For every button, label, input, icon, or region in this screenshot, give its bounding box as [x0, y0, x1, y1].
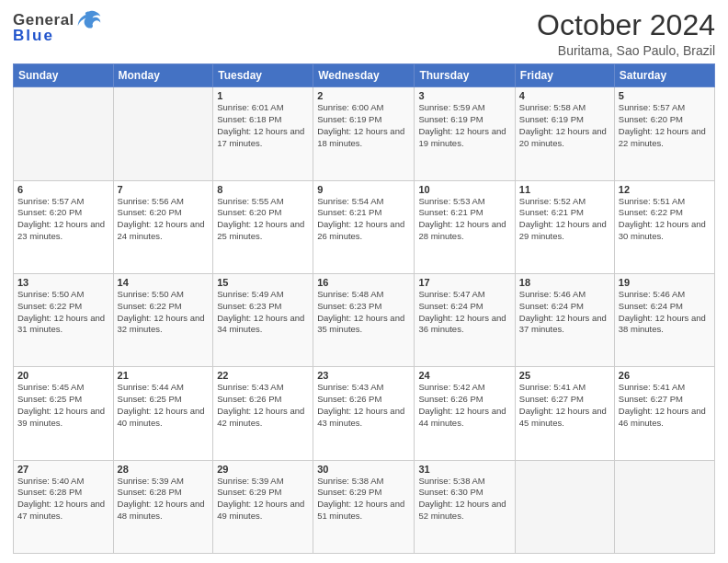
day-number: 30 [317, 464, 410, 475]
calendar-cell: 9Sunrise: 5:54 AMSunset: 6:21 PMDaylight… [313, 180, 415, 273]
calendar-cell: 22Sunrise: 5:43 AMSunset: 6:26 PMDayligh… [213, 367, 313, 460]
day-info: Sunrise: 5:41 AMSunset: 6:27 PMDaylight:… [619, 382, 711, 429]
day-number: 11 [519, 184, 610, 195]
week-row-5: 27Sunrise: 5:40 AMSunset: 6:28 PMDayligh… [14, 460, 715, 553]
calendar-cell [113, 87, 213, 180]
calendar-cell: 31Sunrise: 5:38 AMSunset: 6:30 PMDayligh… [415, 460, 515, 553]
day-info: Sunrise: 5:46 AMSunset: 6:24 PMDaylight:… [619, 289, 711, 336]
calendar-cell: 29Sunrise: 5:39 AMSunset: 6:29 PMDayligh… [213, 460, 313, 553]
day-number: 25 [519, 370, 610, 381]
calendar-cell: 12Sunrise: 5:51 AMSunset: 6:22 PMDayligh… [614, 180, 714, 273]
header-saturday: Saturday [614, 64, 714, 87]
day-number: 3 [418, 90, 510, 101]
day-number: 9 [317, 184, 410, 195]
calendar-cell: 5Sunrise: 5:57 AMSunset: 6:20 PMDaylight… [614, 87, 714, 180]
logo-bird-icon [76, 9, 102, 31]
day-info: Sunrise: 5:48 AMSunset: 6:23 PMDaylight:… [317, 289, 410, 336]
day-number: 7 [118, 184, 210, 195]
day-info: Sunrise: 5:54 AMSunset: 6:21 PMDaylight:… [317, 196, 410, 243]
calendar: SundayMondayTuesdayWednesdayThursdayFrid… [13, 63, 715, 554]
day-number: 27 [17, 464, 109, 475]
week-row-2: 6Sunrise: 5:57 AMSunset: 6:20 PMDaylight… [14, 180, 715, 273]
day-number: 19 [619, 277, 711, 288]
day-info: Sunrise: 5:58 AMSunset: 6:19 PMDaylight:… [519, 102, 610, 149]
day-info: Sunrise: 5:53 AMSunset: 6:21 PMDaylight:… [418, 196, 510, 243]
calendar-cell: 15Sunrise: 5:49 AMSunset: 6:23 PMDayligh… [213, 273, 313, 366]
calendar-cell: 16Sunrise: 5:48 AMSunset: 6:23 PMDayligh… [313, 273, 415, 366]
calendar-header-row: SundayMondayTuesdayWednesdayThursdayFrid… [14, 64, 715, 87]
day-info: Sunrise: 5:46 AMSunset: 6:24 PMDaylight:… [519, 289, 610, 336]
day-info: Sunrise: 5:57 AMSunset: 6:20 PMDaylight:… [619, 102, 711, 149]
calendar-cell: 25Sunrise: 5:41 AMSunset: 6:27 PMDayligh… [515, 367, 614, 460]
day-info: Sunrise: 5:43 AMSunset: 6:26 PMDaylight:… [317, 382, 410, 429]
day-number: 16 [317, 277, 410, 288]
day-info: Sunrise: 5:38 AMSunset: 6:30 PMDaylight:… [418, 476, 510, 523]
day-info: Sunrise: 5:50 AMSunset: 6:22 PMDaylight:… [118, 289, 210, 336]
calendar-cell: 11Sunrise: 5:52 AMSunset: 6:21 PMDayligh… [515, 180, 614, 273]
day-info: Sunrise: 6:00 AMSunset: 6:19 PMDaylight:… [317, 102, 410, 149]
day-info: Sunrise: 5:51 AMSunset: 6:22 PMDaylight:… [619, 196, 711, 243]
day-number: 31 [418, 464, 510, 475]
calendar-cell: 17Sunrise: 5:47 AMSunset: 6:24 PMDayligh… [415, 273, 515, 366]
header-monday: Monday [113, 64, 213, 87]
day-number: 5 [619, 90, 711, 101]
calendar-cell: 21Sunrise: 5:44 AMSunset: 6:25 PMDayligh… [113, 367, 213, 460]
day-info: Sunrise: 5:49 AMSunset: 6:23 PMDaylight:… [217, 289, 309, 336]
location: Buritama, Sao Paulo, Brazil [537, 43, 715, 58]
day-info: Sunrise: 5:42 AMSunset: 6:26 PMDaylight:… [418, 382, 510, 429]
day-number: 10 [418, 184, 510, 195]
calendar-cell: 24Sunrise: 5:42 AMSunset: 6:26 PMDayligh… [415, 367, 515, 460]
day-number: 20 [17, 370, 109, 381]
calendar-cell: 27Sunrise: 5:40 AMSunset: 6:28 PMDayligh… [14, 460, 114, 553]
day-info: Sunrise: 6:01 AMSunset: 6:18 PMDaylight:… [217, 102, 309, 149]
header-wednesday: Wednesday [313, 64, 415, 87]
day-number: 12 [619, 184, 711, 195]
day-info: Sunrise: 5:44 AMSunset: 6:25 PMDaylight:… [118, 382, 210, 429]
header-tuesday: Tuesday [213, 64, 313, 87]
day-info: Sunrise: 5:40 AMSunset: 6:28 PMDaylight:… [17, 476, 109, 523]
day-number: 26 [619, 370, 711, 381]
calendar-cell: 10Sunrise: 5:53 AMSunset: 6:21 PMDayligh… [415, 180, 515, 273]
day-number: 1 [217, 90, 309, 101]
day-number: 18 [519, 277, 610, 288]
day-number: 21 [118, 370, 210, 381]
calendar-cell: 20Sunrise: 5:45 AMSunset: 6:25 PMDayligh… [14, 367, 114, 460]
day-number: 24 [418, 370, 510, 381]
calendar-cell: 23Sunrise: 5:43 AMSunset: 6:26 PMDayligh… [313, 367, 415, 460]
day-info: Sunrise: 5:38 AMSunset: 6:29 PMDaylight:… [317, 476, 410, 523]
day-info: Sunrise: 5:52 AMSunset: 6:21 PMDaylight:… [519, 196, 610, 243]
month-year: October 2024 [537, 9, 715, 41]
calendar-cell: 13Sunrise: 5:50 AMSunset: 6:22 PMDayligh… [14, 273, 114, 366]
day-number: 4 [519, 90, 610, 101]
calendar-cell: 19Sunrise: 5:46 AMSunset: 6:24 PMDayligh… [614, 273, 714, 366]
day-number: 2 [317, 90, 410, 101]
page: General Blue October 2024 Buritama, Sao … [0, 0, 728, 563]
calendar-cell: 28Sunrise: 5:39 AMSunset: 6:28 PMDayligh… [113, 460, 213, 553]
week-row-4: 20Sunrise: 5:45 AMSunset: 6:25 PMDayligh… [14, 367, 715, 460]
day-info: Sunrise: 5:39 AMSunset: 6:29 PMDaylight:… [217, 476, 309, 523]
calendar-cell: 30Sunrise: 5:38 AMSunset: 6:29 PMDayligh… [313, 460, 415, 553]
day-info: Sunrise: 5:57 AMSunset: 6:20 PMDaylight:… [17, 196, 109, 243]
day-info: Sunrise: 5:59 AMSunset: 6:19 PMDaylight:… [418, 102, 510, 149]
calendar-cell: 7Sunrise: 5:56 AMSunset: 6:20 PMDaylight… [113, 180, 213, 273]
day-info: Sunrise: 5:41 AMSunset: 6:27 PMDaylight:… [519, 382, 610, 429]
logo-blue: Blue [13, 28, 54, 45]
calendar-cell: 26Sunrise: 5:41 AMSunset: 6:27 PMDayligh… [614, 367, 714, 460]
day-info: Sunrise: 5:55 AMSunset: 6:20 PMDaylight:… [217, 196, 309, 243]
day-number: 14 [118, 277, 210, 288]
day-number: 23 [317, 370, 410, 381]
day-info: Sunrise: 5:43 AMSunset: 6:26 PMDaylight:… [217, 382, 309, 429]
day-number: 29 [217, 464, 309, 475]
header: General Blue October 2024 Buritama, Sao … [13, 9, 715, 58]
day-number: 8 [217, 184, 309, 195]
day-number: 28 [118, 464, 210, 475]
header-sunday: Sunday [14, 64, 114, 87]
day-info: Sunrise: 5:50 AMSunset: 6:22 PMDaylight:… [17, 289, 109, 336]
week-row-1: 1Sunrise: 6:01 AMSunset: 6:18 PMDaylight… [14, 87, 715, 180]
calendar-cell: 18Sunrise: 5:46 AMSunset: 6:24 PMDayligh… [515, 273, 614, 366]
day-info: Sunrise: 5:45 AMSunset: 6:25 PMDaylight:… [17, 382, 109, 429]
logo: General Blue [13, 9, 102, 45]
day-info: Sunrise: 5:56 AMSunset: 6:20 PMDaylight:… [118, 196, 210, 243]
header-friday: Friday [515, 64, 614, 87]
day-number: 6 [17, 184, 109, 195]
